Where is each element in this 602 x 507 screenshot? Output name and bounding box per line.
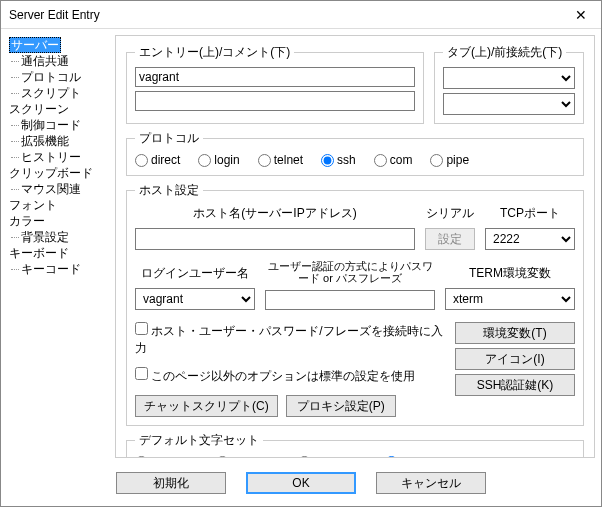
protocol-option-direct[interactable]: direct xyxy=(135,153,180,167)
proxy-button[interactable]: プロキシ設定(P) xyxy=(286,395,396,417)
chk-connect-box[interactable] xyxy=(135,322,148,335)
charset-option-utf-8[interactable]: UTF-8 xyxy=(385,455,435,458)
protocol-legend: プロトコル xyxy=(135,130,203,147)
init-button[interactable]: 初期化 xyxy=(116,472,226,494)
chk-default-opts[interactable]: このページ以外のオプションは標準の設定を使用 xyxy=(135,367,443,385)
charset-radio[interactable] xyxy=(216,456,229,459)
titlebar: Server Edit Entry ✕ xyxy=(1,1,601,29)
protocol-label: login xyxy=(214,153,239,167)
host-group: ホスト設定 ホスト名(サーバーIPアドレス) シリアル 設定 TCPポート 22… xyxy=(126,182,584,426)
tcp-port-combo[interactable]: 2222 xyxy=(485,228,575,250)
close-icon[interactable]: ✕ xyxy=(561,1,601,29)
term-env-combo[interactable]: xterm xyxy=(445,288,575,310)
protocol-radios: directlogintelnetsshcompipe xyxy=(135,153,575,167)
comment-input[interactable] xyxy=(135,91,415,111)
charset-label: ASCII xyxy=(314,455,345,458)
protocol-radio[interactable] xyxy=(374,154,387,167)
env-vars-button[interactable]: 環境変数(T) xyxy=(455,322,575,344)
prev-combo[interactable] xyxy=(443,93,575,115)
ok-button[interactable]: OK xyxy=(246,472,356,494)
protocol-option-telnet[interactable]: telnet xyxy=(258,153,303,167)
host-combo[interactable] xyxy=(135,228,415,250)
protocol-group: プロトコル directlogintelnetsshcompipe xyxy=(126,130,584,176)
charset-group: デフォルト文字セット EUCSJISASCIIUTF-8 xyxy=(126,432,584,458)
tree-item[interactable]: キーコード xyxy=(7,261,111,277)
entry-legend: エントリー(上)/コメント(下) xyxy=(135,44,294,61)
tree-item[interactable]: 背景設定 xyxy=(7,229,111,245)
tree-item[interactable]: クリップボード xyxy=(7,165,111,181)
protocol-label: telnet xyxy=(274,153,303,167)
tree-item[interactable]: 拡張機能 xyxy=(7,133,111,149)
charset-radio[interactable] xyxy=(298,456,311,459)
footer: 初期化 OK キャンセル xyxy=(1,464,601,506)
tree-item[interactable]: マウス関連 xyxy=(7,181,111,197)
protocol-radio[interactable] xyxy=(430,154,443,167)
cancel-button[interactable]: キャンセル xyxy=(376,472,486,494)
tree-item[interactable]: 通信共通 xyxy=(7,53,111,69)
protocol-radio[interactable] xyxy=(198,154,211,167)
chat-script-button[interactable]: チャットスクリプト(C) xyxy=(135,395,278,417)
host-label: ホスト名(サーバーIPアドレス) xyxy=(135,205,415,222)
charset-option-euc[interactable]: EUC xyxy=(135,455,176,458)
term-label: TERM環境変数 xyxy=(445,265,575,282)
tree-item[interactable]: プロトコル xyxy=(7,69,111,85)
icon-button[interactable]: アイコン(I) xyxy=(455,348,575,370)
tree-item-label: キーボード xyxy=(9,246,69,260)
charset-legend: デフォルト文字セット xyxy=(135,432,263,449)
tree-item-label: フォント xyxy=(9,198,57,212)
protocol-option-com[interactable]: com xyxy=(374,153,413,167)
charset-radios: EUCSJISASCIIUTF-8 xyxy=(135,455,575,458)
protocol-option-ssh[interactable]: ssh xyxy=(321,153,356,167)
protocol-label: ssh xyxy=(337,153,356,167)
tree-item[interactable]: サーバー xyxy=(7,37,111,53)
protocol-radio[interactable] xyxy=(135,154,148,167)
tree-item-label: クリップボード xyxy=(9,166,93,180)
protocol-label: direct xyxy=(151,153,180,167)
charset-label: SJIS xyxy=(232,455,257,458)
protocol-radio[interactable] xyxy=(258,154,271,167)
entry-group: エントリー(上)/コメント(下) xyxy=(126,44,424,124)
serial-label: シリアル xyxy=(425,205,475,222)
charset-option-ascii[interactable]: ASCII xyxy=(298,455,345,458)
ssh-key-button[interactable]: SSH認証鍵(K) xyxy=(455,374,575,396)
protocol-label: com xyxy=(390,153,413,167)
serial-button: 設定 xyxy=(425,228,475,250)
window: Server Edit Entry ✕ サーバー通信共通プロトコルスクリプトスク… xyxy=(0,0,602,507)
tree-item[interactable]: ヒストリー xyxy=(7,149,111,165)
auth-label: ユーザー認証の方式によりパスワード or パスフレーズ xyxy=(265,260,435,284)
login-user-combo[interactable]: vagrant xyxy=(135,288,255,310)
tree-item[interactable]: フォント xyxy=(7,197,111,213)
window-title: Server Edit Entry xyxy=(9,8,100,22)
host-legend: ホスト設定 xyxy=(135,182,203,199)
tree-item[interactable]: スクリプト xyxy=(7,85,111,101)
protocol-option-login[interactable]: login xyxy=(198,153,239,167)
tab-combo[interactable] xyxy=(443,67,575,89)
main-panel: エントリー(上)/コメント(下) タブ(上)/前接続先(下) プロトコル xyxy=(115,35,595,458)
tree-item[interactable]: カラー xyxy=(7,213,111,229)
tree-item-label: スクリーン xyxy=(9,102,69,116)
passphrase-input[interactable] xyxy=(265,290,435,310)
charset-label: UTF-8 xyxy=(401,455,435,458)
tab-legend: タブ(上)/前接続先(下) xyxy=(443,44,566,61)
tree-item[interactable]: 制御コード xyxy=(7,117,111,133)
tab-group: タブ(上)/前接続先(下) xyxy=(434,44,584,124)
tree-item-label: カラー xyxy=(9,214,45,228)
tcp-label: TCPポート xyxy=(485,205,575,222)
chk-connect-input[interactable]: ホスト・ユーザー・パスワード/フレーズを接続時に入力 xyxy=(135,322,443,357)
charset-radio[interactable] xyxy=(385,456,398,459)
protocol-option-pipe[interactable]: pipe xyxy=(430,153,469,167)
charset-label: EUC xyxy=(151,455,176,458)
tree-item[interactable]: キーボード xyxy=(7,245,111,261)
chk-default-box[interactable] xyxy=(135,367,148,380)
charset-radio[interactable] xyxy=(135,456,148,459)
tree-item[interactable]: スクリーン xyxy=(7,101,111,117)
chk-connect-label: ホスト・ユーザー・パスワード/フレーズを接続時に入力 xyxy=(135,324,443,355)
chk-default-label: このページ以外のオプションは標準の設定を使用 xyxy=(151,369,415,383)
protocol-radio[interactable] xyxy=(321,154,334,167)
protocol-label: pipe xyxy=(446,153,469,167)
nav-tree[interactable]: サーバー通信共通プロトコルスクリプトスクリーン制御コード拡張機能ヒストリークリッ… xyxy=(7,35,111,458)
entry-input[interactable] xyxy=(135,67,415,87)
charset-option-sjis[interactable]: SJIS xyxy=(216,455,257,458)
tree-item-label: サーバー xyxy=(9,37,61,53)
login-label: ログインユーザー名 xyxy=(135,265,255,282)
